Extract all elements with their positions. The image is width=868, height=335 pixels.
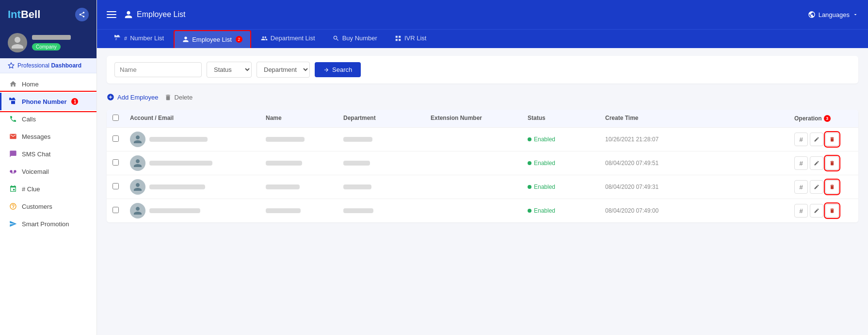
- row-3-checkbox[interactable]: [113, 183, 119, 189]
- op-hash-2[interactable]: #: [794, 156, 808, 170]
- row-1-status: Enabled: [528, 136, 605, 143]
- pro-dashboard-label: Professional Dashboard: [17, 62, 81, 69]
- op-hash-3[interactable]: #: [794, 180, 808, 194]
- row-2-create-time: 08/04/2020 07:49:51: [605, 160, 794, 167]
- search-tab-icon: [333, 35, 339, 42]
- name-blurred: [266, 161, 302, 166]
- svg-point-2: [14, 170, 16, 172]
- status-dot: [528, 185, 531, 189]
- sidebar-item-calls[interactable]: Calls: [0, 110, 96, 128]
- department-select[interactable]: Department: [257, 62, 310, 78]
- op-edit-3[interactable]: [810, 180, 823, 194]
- name-blurred: [266, 208, 301, 213]
- sidebar-item-sms-chat[interactable]: SMS Chat: [0, 145, 96, 163]
- dept-blurred: [343, 184, 371, 189]
- badge-2: 2: [236, 36, 242, 43]
- name-input[interactable]: [114, 62, 202, 77]
- row-checkbox: [113, 183, 130, 191]
- op-hash-4[interactable]: #: [794, 204, 808, 218]
- select-all-checkbox[interactable]: [113, 115, 119, 121]
- sidebar-item-home-label: Home: [22, 81, 39, 88]
- tab-department-list-text: Department List: [271, 34, 315, 42]
- data-table: Account / Email Name Department Extensio…: [107, 110, 858, 222]
- dept-tab-icon: [261, 35, 268, 42]
- sidebar-item-clue-label: # Clue: [22, 185, 40, 193]
- op-delete-3[interactable]: [825, 180, 839, 194]
- account-text-blurred: [149, 137, 208, 142]
- chat-icon: [9, 150, 17, 158]
- person-title-icon: [124, 10, 133, 19]
- col-create-time: Create Time: [605, 115, 794, 122]
- op-edit-1[interactable]: [810, 133, 823, 146]
- sidebar-item-home[interactable]: Home: [0, 75, 96, 93]
- status-text: Enabled: [534, 184, 555, 190]
- profile-info: Company: [32, 35, 71, 50]
- chevron-down-icon: [852, 12, 858, 17]
- op-delete-1[interactable]: [825, 133, 839, 146]
- sidebar-item-phone-number[interactable]: Phone Number 1: [0, 93, 96, 110]
- status-text: Enabled: [534, 136, 555, 143]
- sidebar-pro-banner: Professional Dashboard: [0, 58, 96, 73]
- sidebar-item-sms-label: SMS Chat: [22, 151, 50, 158]
- tab-number-list-label: #: [124, 35, 127, 41]
- globe-icon: [808, 11, 816, 18]
- row-checkbox: [113, 159, 130, 167]
- home-icon: [9, 80, 17, 88]
- customers-icon: [9, 202, 17, 210]
- name-blurred: [266, 137, 305, 142]
- phone-icon: [9, 115, 17, 123]
- op-delete-4[interactable]: [825, 204, 839, 218]
- op-hash-1[interactable]: #: [794, 133, 808, 146]
- tab-buy-number[interactable]: Buy Number: [325, 30, 385, 48]
- tab-number-list[interactable]: # # Number List: [107, 30, 172, 48]
- row-3-account: [130, 179, 266, 195]
- op-edit-2[interactable]: [810, 156, 823, 170]
- row-2-account: [130, 155, 266, 171]
- status-text: Enabled: [534, 160, 555, 167]
- tab-employee-list[interactable]: Employee List 2: [174, 30, 251, 48]
- hamburger-menu[interactable]: [107, 11, 116, 18]
- col-extension: Extension Number: [431, 115, 528, 122]
- op-delete-2[interactable]: [825, 156, 839, 170]
- main-content: Employee List Languages # # Number List …: [97, 0, 868, 335]
- svg-point-1: [10, 170, 12, 172]
- sidebar-item-messages[interactable]: Messages: [0, 128, 96, 145]
- svg-marker-0: [8, 63, 14, 68]
- filter-bar: Status Enabled Disabled Department Searc…: [107, 56, 858, 84]
- user-avatar: [130, 155, 145, 171]
- row-1-checkbox[interactable]: [113, 135, 119, 142]
- op-edit-4[interactable]: [810, 204, 823, 218]
- hash-icon: [9, 98, 17, 105]
- tab-ivr-list[interactable]: IVR List: [387, 30, 434, 48]
- voicemail-icon: [9, 168, 17, 175]
- share-button[interactable]: [75, 8, 89, 21]
- add-employee-label: Add Employee: [117, 94, 159, 101]
- trash-icon: [164, 94, 172, 101]
- search-button[interactable]: Search: [315, 62, 361, 77]
- sidebar-item-clue[interactable]: # Clue: [0, 180, 96, 198]
- status-select[interactable]: Status Enabled Disabled: [207, 62, 252, 78]
- row-4-checkbox[interactable]: [113, 207, 119, 213]
- languages-label: Languages: [819, 11, 850, 18]
- row-2-checkbox[interactable]: [113, 159, 119, 166]
- user-avatar: [130, 179, 145, 195]
- sidebar-profile: Company: [0, 29, 96, 58]
- sidebar-item-smart-promotion[interactable]: Smart Promotion: [0, 215, 96, 233]
- dept-blurred: [343, 137, 372, 142]
- row-3-name: [266, 184, 343, 191]
- delete-button[interactable]: Delete: [164, 94, 193, 101]
- row-4-create-time: 08/04/2020 07:49:00: [605, 207, 794, 214]
- add-circle-icon: [107, 93, 114, 101]
- status-dot: [528, 137, 531, 141]
- account-text-blurred: [149, 161, 212, 166]
- sidebar-item-voicemail[interactable]: Voicemail: [0, 163, 96, 180]
- tab-department-list[interactable]: Department List: [253, 30, 323, 48]
- sidebar-item-customers[interactable]: Customers: [0, 198, 96, 215]
- logo-accent: Int: [8, 8, 21, 20]
- table-row: Enabled 10/26/2021 21:28:07 #: [107, 128, 858, 151]
- account-text-blurred: [149, 208, 200, 213]
- languages-dropdown[interactable]: Languages: [808, 11, 858, 18]
- sidebar-item-phone-label: Phone Number: [22, 98, 66, 105]
- topbar-left: Employee List: [107, 10, 186, 19]
- add-employee-button[interactable]: Add Employee: [107, 93, 159, 101]
